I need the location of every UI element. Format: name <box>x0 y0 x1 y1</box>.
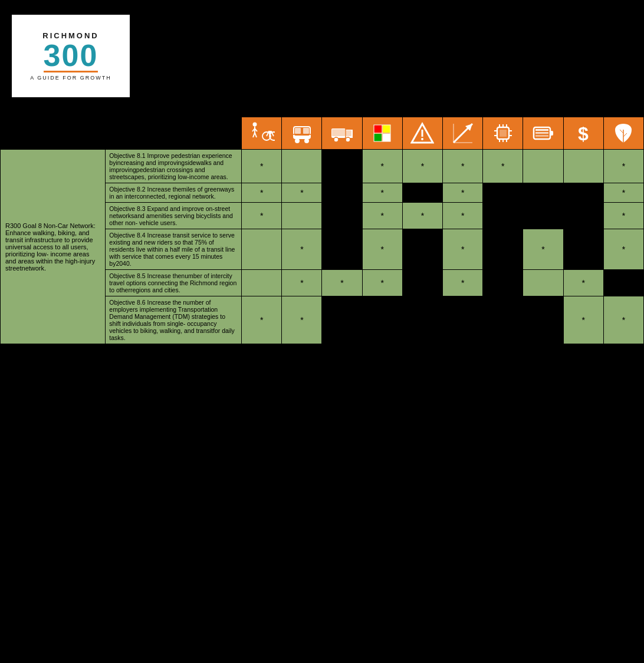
obj8-5-col4: * <box>362 270 402 296</box>
obj8-3-col1: * <box>242 203 282 229</box>
logo-guide-text: A GUIDE FOR GROWTH <box>30 75 111 81</box>
corner-top-left <box>1 117 106 150</box>
obj8-3-col8 <box>523 203 563 229</box>
obj8-2-col5 <box>402 183 442 203</box>
leaf-icon-cell <box>603 117 643 150</box>
svg-rect-15 <box>295 128 301 134</box>
obj8-1-col7: * <box>483 150 523 183</box>
obj8-3-col7 <box>483 203 523 229</box>
svg-rect-21 <box>332 129 345 136</box>
obj8-1-col4: * <box>362 150 402 183</box>
obj8-3-col6: * <box>443 203 483 229</box>
obj8-2-col9 <box>563 183 603 203</box>
svg-rect-39 <box>500 130 507 137</box>
arrow-icon <box>450 120 476 146</box>
obj8-4-col4: * <box>362 229 402 270</box>
dollar-icon-cell: $ <box>563 117 603 150</box>
obj8-6-col3 <box>322 296 362 344</box>
obj8-5-col2: * <box>282 270 322 296</box>
obj8-2-col7 <box>483 183 523 203</box>
svg-rect-16 <box>303 128 309 134</box>
battery-icon-cell <box>523 117 563 150</box>
obj8-3-col10: * <box>603 203 643 229</box>
main-table-wrapper: $ <box>0 112 644 344</box>
obj8-3-text: Objective 8.3 Expand and improve on-stre… <box>106 203 242 229</box>
obj8-2-text: Objective 8.2 Increase themiles of green… <box>106 183 242 203</box>
main-table: $ <box>0 112 644 344</box>
logo-box: RICHMOND 300 A GUIDE FOR GROWTH <box>12 15 130 97</box>
obj8-6-col7 <box>483 296 523 344</box>
svg-rect-25 <box>383 125 390 133</box>
svg-rect-54 <box>535 135 548 137</box>
svg-text:$: $ <box>578 123 589 144</box>
obj8-2-col10: * <box>603 183 643 203</box>
obj8-1-col9 <box>563 150 603 183</box>
obj8-4-col6: * <box>443 229 483 270</box>
circuit-icon <box>490 120 516 146</box>
svg-point-12 <box>295 138 300 143</box>
obj8-3-col2 <box>282 203 322 229</box>
obj8-1-col10: * <box>603 150 643 183</box>
obj8-2-col6: * <box>443 183 483 203</box>
svg-rect-51 <box>550 131 553 136</box>
obj8-2-col4: * <box>362 183 402 203</box>
row-obj8-1: R300 Goal 8 Non-Car Network: Enhance wal… <box>1 150 644 183</box>
svg-point-19 <box>334 137 339 142</box>
svg-point-9 <box>269 131 271 134</box>
obj8-4-col9 <box>563 229 603 270</box>
svg-point-20 <box>346 137 350 142</box>
svg-rect-53 <box>535 132 548 134</box>
obj8-6-col8 <box>523 296 563 344</box>
obj8-4-col7 <box>483 229 523 270</box>
grid-icon-cell <box>362 117 402 150</box>
obj8-5-col9: * <box>563 270 603 296</box>
arrow-icon-cell <box>443 117 483 150</box>
circuit-icon-cell <box>483 117 523 150</box>
obj8-4-col10: * <box>603 229 643 270</box>
grid-icon <box>369 120 395 146</box>
svg-line-5 <box>255 133 257 137</box>
svg-point-33 <box>421 138 423 140</box>
truck-icon-cell <box>322 117 362 150</box>
leaf-icon <box>610 120 636 146</box>
pedestrian-bike-icon-cell <box>242 117 282 150</box>
obj8-5-col7 <box>483 270 523 296</box>
bus-icon <box>289 120 315 146</box>
svg-point-13 <box>304 138 309 143</box>
triangle-icon-cell <box>402 117 442 150</box>
obj8-1-col8 <box>523 150 563 183</box>
header: RICHMOND 300 A GUIDE FOR GROWTH <box>0 0 644 112</box>
obj8-5-col8 <box>523 270 563 296</box>
obj8-6-col9: * <box>563 296 603 344</box>
svg-rect-24 <box>374 125 382 133</box>
page: RICHMOND 300 A GUIDE FOR GROWTH <box>0 0 644 344</box>
obj8-4-col8: * <box>523 229 563 270</box>
pedestrian-bike-icon <box>249 120 275 146</box>
bus-icon-cell <box>282 117 322 150</box>
truck-icon <box>329 120 355 146</box>
svg-rect-22 <box>346 130 351 136</box>
obj8-6-text: Objective 8.6 Increase the number of emp… <box>106 296 242 344</box>
svg-rect-52 <box>535 129 548 131</box>
obj8-4-col5 <box>402 229 442 270</box>
obj8-5-col5 <box>402 270 442 296</box>
svg-point-0 <box>252 123 257 127</box>
corner-top-mid <box>106 117 242 150</box>
obj8-4-text: Objective 8.4 Increase transit service t… <box>106 229 242 270</box>
icon-header-row: $ <box>1 117 644 150</box>
obj8-1-col5: * <box>402 150 442 183</box>
obj8-5-text: Objective 8.5 Increase thenumber of inte… <box>106 270 242 296</box>
goal-cell: R300 Goal 8 Non-Car Network: Enhance wal… <box>1 150 106 344</box>
obj8-1-col1: * <box>242 150 282 183</box>
obj8-6-col1: * <box>242 296 282 344</box>
obj8-3-col5: * <box>402 203 442 229</box>
obj8-4-col1 <box>242 229 282 270</box>
triangle-icon <box>409 120 435 146</box>
obj8-6-col2: * <box>282 296 322 344</box>
obj8-1-col3 <box>322 150 362 183</box>
obj8-6-col10: * <box>603 296 643 344</box>
obj8-6-col6 <box>443 296 483 344</box>
obj8-5-col3: * <box>322 270 362 296</box>
obj8-1-col6: * <box>443 150 483 183</box>
obj8-1-text: Objective 8.1 Improve pedestrian experie… <box>106 150 242 183</box>
